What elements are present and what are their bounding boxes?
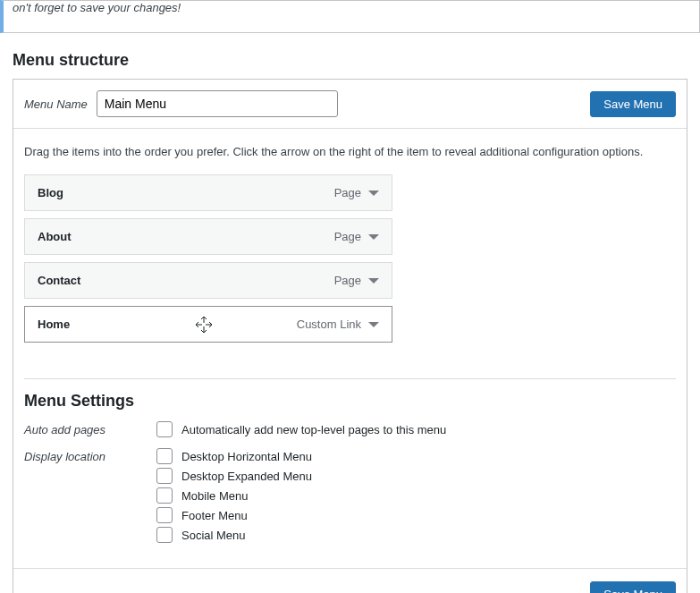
auto-add-option[interactable]: Automatically add new top-level pages to… [156,421,676,437]
menu-item-type: Page [334,186,361,199]
menu-panel: Menu Name Save Menu Drag the items into … [13,79,687,593]
menu-name-label: Menu Name [24,97,88,111]
auto-add-row: Auto add pages Automatically add new top… [24,421,676,441]
move-cursor-icon [194,315,214,335]
checkbox-icon[interactable] [156,487,173,504]
display-location-label: Display location [24,448,156,463]
caret-down-icon[interactable] [368,278,379,284]
instructions-text: Drag the items into the order you prefer… [13,129,687,164]
menu-settings: Menu Settings Auto add pages Automatical… [13,392,687,568]
menu-item-home[interactable]: Home Custom Link [24,306,392,343]
notice-text: on't forget to save your changes! [13,1,690,14]
menu-item-about[interactable]: About Page [24,218,392,255]
save-notice: on't forget to save your changes! [0,0,700,33]
option-label: Mobile Menu [181,489,248,503]
menu-item-title: Home [38,318,297,331]
display-location-option[interactable]: Desktop Horizontal Menu [156,448,676,464]
menu-items-list: Blog Page About Page Contact Page Home [13,164,687,360]
heading-menu-settings: Menu Settings [24,392,676,411]
checkbox-icon[interactable] [156,468,173,484]
checkbox-icon[interactable] [156,421,173,437]
auto-add-label: Auto add pages [24,421,156,436]
menu-item-type: Page [334,230,361,243]
menu-item-title: Blog [38,186,334,199]
display-location-option[interactable]: Footer Menu [156,507,676,523]
divider [24,378,676,379]
display-location-option[interactable]: Mobile Menu [156,487,676,504]
menu-item-title: About [38,230,334,243]
heading-menu-structure: Menu structure [13,51,700,70]
menu-item-type: Custom Link [297,318,361,331]
menu-item-contact[interactable]: Contact Page [24,262,392,299]
display-location-option[interactable]: Social Menu [156,527,676,543]
checkbox-icon[interactable] [156,448,173,464]
save-menu-button-bottom[interactable]: Save Menu [590,581,676,593]
save-menu-button[interactable]: Save Menu [590,91,676,117]
option-label: Desktop Expanded Menu [181,470,312,483]
caret-down-icon[interactable] [368,234,379,240]
menu-item-type: Page [334,274,361,287]
caret-down-icon[interactable] [368,322,379,327]
checkbox-icon[interactable] [156,527,173,543]
option-label: Social Menu [181,529,246,542]
panel-header: Menu Name Save Menu [13,80,687,129]
auto-add-text: Automatically add new top-level pages to… [181,423,446,436]
menu-item-title: Contact [38,274,334,287]
checkbox-icon[interactable] [156,507,173,523]
display-location-row: Display location Desktop Horizontal Menu… [24,448,676,546]
option-label: Desktop Horizontal Menu [181,450,312,463]
display-location-option[interactable]: Desktop Expanded Menu [156,468,676,484]
caret-down-icon[interactable] [368,191,379,196]
option-label: Footer Menu [181,509,248,522]
menu-name-input[interactable] [97,90,338,117]
display-location-options: Desktop Horizontal Menu Desktop Expanded… [156,448,676,546]
panel-footer: Delete Menu Save Menu [13,568,687,593]
menu-item-blog[interactable]: Blog Page [24,174,392,211]
